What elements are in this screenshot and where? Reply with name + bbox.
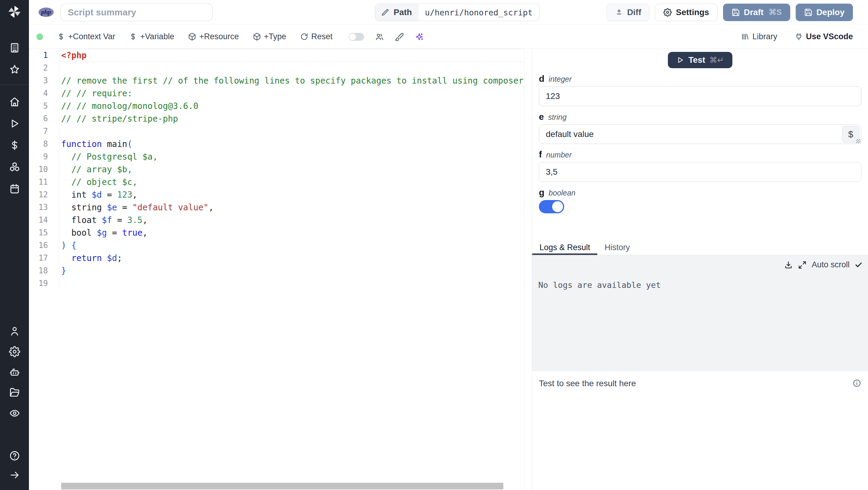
sidebar-secondary-group bbox=[0, 321, 29, 423]
library-button[interactable]: Library bbox=[741, 32, 777, 41]
eye-button[interactable] bbox=[0, 403, 29, 423]
sidebar-top-group bbox=[0, 37, 29, 80]
auto-scroll-checkbox[interactable] bbox=[855, 261, 863, 269]
assistant-toggle[interactable] bbox=[349, 33, 364, 41]
check-icon bbox=[855, 261, 863, 269]
test-button[interactable]: Test ⌘↵ bbox=[668, 52, 732, 68]
windmill-logo-button[interactable] bbox=[7, 0, 22, 25]
code-line[interactable] bbox=[59, 62, 524, 74]
format-button[interactable] bbox=[395, 32, 404, 41]
star-button[interactable] bbox=[0, 59, 29, 80]
code-line[interactable]: bool $g = true, bbox=[59, 226, 524, 239]
settings-button[interactable]: Settings bbox=[655, 4, 717, 21]
code-line[interactable]: // // stripe/stripe-php bbox=[59, 112, 524, 125]
tab-history[interactable]: History bbox=[597, 242, 637, 255]
code-token: = bbox=[117, 202, 132, 212]
code-token: ; bbox=[117, 253, 122, 263]
folder-button[interactable] bbox=[0, 382, 29, 403]
windmill-logo bbox=[7, 4, 22, 20]
code-token: // // require: bbox=[61, 88, 132, 98]
code-line[interactable]: <?php bbox=[59, 49, 524, 62]
code-token bbox=[61, 253, 71, 263]
horizontal-scrollbar[interactable] bbox=[61, 483, 503, 489]
field-name: g bbox=[539, 188, 544, 198]
code-line[interactable]: ) { bbox=[59, 239, 524, 252]
code-token: $g bbox=[97, 228, 107, 238]
play-button[interactable] bbox=[0, 113, 29, 134]
field-d-input[interactable]: 123 bbox=[539, 86, 861, 106]
code-line[interactable]: int $d = 123, bbox=[59, 188, 524, 201]
code-line[interactable] bbox=[59, 277, 524, 290]
auto-scroll-label: Auto scroll bbox=[812, 260, 849, 269]
field-g-toggle[interactable] bbox=[539, 200, 564, 213]
field-f-input[interactable]: 3,5 bbox=[539, 162, 861, 182]
calendar-button[interactable] bbox=[0, 178, 29, 199]
draft-button[interactable]: Draft ⌘S bbox=[723, 4, 790, 21]
home-button[interactable] bbox=[0, 91, 29, 113]
add-context-var-button[interactable]: +Context Var bbox=[57, 32, 115, 41]
info-icon bbox=[852, 379, 861, 388]
add-variable-label: +Variable bbox=[140, 32, 174, 41]
test-label: Test bbox=[688, 55, 705, 65]
tab-logs-result[interactable]: Logs & Result bbox=[532, 242, 597, 255]
code-line[interactable]: return $d; bbox=[59, 252, 524, 264]
code-line[interactable]: // remove the first // of the following … bbox=[59, 74, 524, 87]
code-line[interactable]: // Postgresql $a, bbox=[59, 150, 524, 163]
arrow-right-button[interactable] bbox=[0, 465, 29, 485]
path-edit-section[interactable]: Path bbox=[375, 4, 418, 21]
code-line[interactable]: } bbox=[59, 264, 524, 277]
add-type-button[interactable]: +Type bbox=[253, 32, 286, 41]
code-line[interactable]: // array $b, bbox=[59, 163, 524, 176]
collaborators-button[interactable] bbox=[375, 32, 384, 41]
add-resource-button[interactable]: +Resource bbox=[188, 32, 239, 41]
code-line[interactable]: string $e = "default value", bbox=[59, 201, 524, 213]
play-icon bbox=[9, 118, 20, 129]
field-value: 123 bbox=[546, 91, 560, 101]
field-e: estringdefault value$ bbox=[539, 112, 861, 144]
script-summary-input[interactable] bbox=[60, 4, 213, 21]
cubes-button[interactable] bbox=[0, 156, 29, 178]
diff-button[interactable]: Diff bbox=[607, 4, 650, 21]
reset-button[interactable]: Reset bbox=[300, 32, 333, 41]
line-number: 11 bbox=[29, 176, 59, 188]
field-type: boolean bbox=[549, 189, 575, 197]
folder-icon bbox=[9, 387, 20, 398]
code-lines: <?php// remove the first // of the follo… bbox=[59, 49, 524, 290]
diff-label: Diff bbox=[627, 7, 641, 17]
line-number: 5 bbox=[29, 99, 59, 112]
language-badge: php bbox=[38, 7, 54, 17]
robot-button[interactable] bbox=[0, 362, 29, 382]
expand-logs-button[interactable] bbox=[798, 260, 807, 269]
code-line[interactable]: // object $c, bbox=[59, 176, 524, 188]
code-token: , bbox=[132, 190, 137, 200]
line-number: 9 bbox=[29, 150, 59, 163]
dollar-button[interactable] bbox=[0, 134, 29, 156]
expand-icon bbox=[798, 260, 807, 269]
code-line[interactable] bbox=[59, 125, 524, 138]
code-line[interactable]: // // monolog/monolog@3.6.0 bbox=[59, 99, 524, 112]
path-chip[interactable]: Path u/henri/honored_script bbox=[375, 4, 539, 21]
package-icon bbox=[188, 33, 196, 41]
use-vscode-button[interactable]: Use VScode bbox=[795, 32, 853, 41]
code-line[interactable]: // // require: bbox=[59, 87, 524, 99]
code-line[interactable]: float $f = 3.5, bbox=[59, 213, 524, 226]
building-button[interactable] bbox=[0, 37, 29, 59]
deploy-button[interactable]: Deploy bbox=[796, 4, 853, 21]
resize-grip[interactable] bbox=[856, 139, 861, 143]
info-icon-button[interactable] bbox=[852, 379, 861, 388]
code-token bbox=[102, 139, 107, 149]
add-variable-button[interactable]: +Variable bbox=[129, 32, 174, 41]
help-button[interactable] bbox=[0, 446, 29, 465]
pane-divider[interactable] bbox=[524, 49, 532, 490]
field-e-input[interactable]: default value$ bbox=[539, 124, 861, 144]
gear-button[interactable] bbox=[0, 341, 29, 362]
download-logs-button[interactable] bbox=[784, 260, 793, 269]
code-token: = bbox=[102, 190, 117, 200]
user-button[interactable] bbox=[0, 321, 29, 341]
pencil-icon bbox=[381, 8, 390, 17]
code-editor[interactable]: 12345678910111213141516171819 <?php// re… bbox=[29, 49, 524, 490]
code-line[interactable]: function main( bbox=[59, 138, 524, 150]
package-icon bbox=[253, 33, 261, 41]
line-number: 6 bbox=[29, 112, 59, 125]
ai-assistant-button[interactable] bbox=[415, 32, 424, 41]
